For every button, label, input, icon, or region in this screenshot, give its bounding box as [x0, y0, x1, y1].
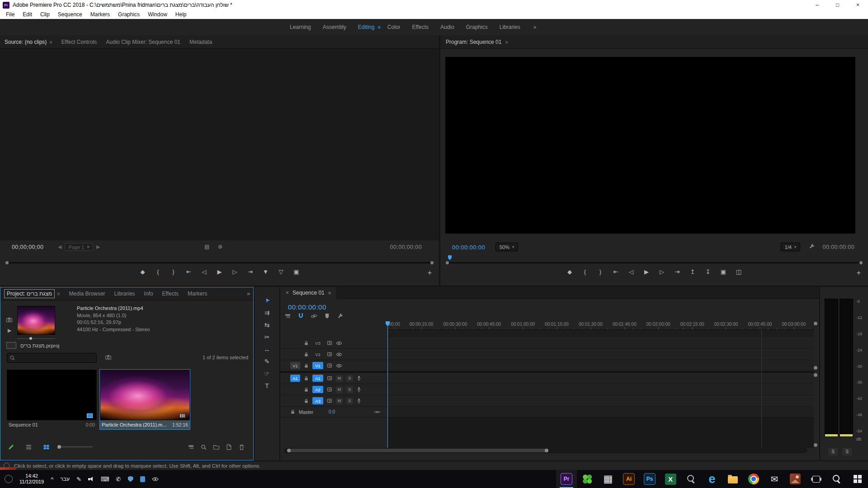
taskbar-search-button[interactable] [826, 470, 847, 488]
add-marker-button[interactable]: ◆ [566, 268, 574, 275]
panel-tab[interactable]: Info [144, 291, 153, 297]
panel-tab[interactable]: Project: מצגת ברים [5, 290, 54, 298]
solo-button[interactable]: S [346, 398, 353, 404]
workspace-tab[interactable]: Editing [352, 24, 381, 30]
clear-button[interactable] [239, 444, 245, 450]
taskbar-photos-button[interactable] [785, 470, 806, 488]
go-to-out-button[interactable]: ⇥ [673, 268, 681, 275]
taskbar-mail-button[interactable]: ✉ [764, 470, 785, 488]
phone-icon[interactable]: ✆ [116, 476, 121, 483]
playback-resolution-select[interactable]: 1/4▾ [781, 243, 800, 251]
close-icon[interactable]: × [286, 290, 289, 296]
playhead[interactable] [386, 321, 390, 448]
timeline-horizontal-scrollbar[interactable] [284, 448, 807, 453]
taskbar-explorer-button[interactable] [722, 470, 743, 488]
program-zoom-scrollbar[interactable] [447, 262, 862, 263]
extract-button[interactable]: ↧ [704, 268, 712, 275]
solo-right-button[interactable]: S [842, 448, 852, 455]
list-view-button[interactable] [26, 444, 32, 450]
timeline-tab-sequence-01[interactable]: × Sequence 01 ≡ [280, 287, 337, 299]
prev-page-icon[interactable]: ◀ [58, 244, 61, 250]
track-lock-icon[interactable] [304, 352, 309, 357]
minimize-button[interactable]: – [807, 0, 827, 10]
panel-tab[interactable]: Metadata [189, 39, 212, 45]
workspace-tab[interactable]: Audio [434, 24, 460, 30]
panel-menu-icon[interactable]: ≡ [57, 291, 60, 296]
add-marker-button[interactable] [324, 313, 330, 319]
voiceover-record-icon[interactable] [357, 387, 361, 392]
tab-overflow-icon[interactable]: » [247, 291, 250, 297]
track-name[interactable]: V2 [312, 351, 323, 358]
timeline-ruler[interactable]: :00:0000:00:15:0000:00:30:0000:00:45:000… [387, 320, 814, 330]
mute-button[interactable]: M [336, 398, 343, 404]
workspace-tab[interactable]: Libraries [494, 24, 526, 30]
selection-tool[interactable]: ➤ [263, 296, 271, 305]
program-position-timecode[interactable]: 00:00:00:00 [452, 244, 485, 251]
sync-lock-icon[interactable] [327, 398, 332, 404]
export-frame-button[interactable]: ▣ [719, 268, 727, 275]
video-track-lane[interactable] [387, 360, 814, 371]
pen-icon[interactable]: ✎ [76, 476, 81, 483]
taskbar-edge-button[interactable]: e [702, 470, 722, 488]
language-indicator[interactable]: עבר [60, 476, 70, 482]
go-to-out-button[interactable]: ⇥ [246, 268, 255, 275]
track-lock-icon[interactable] [304, 363, 309, 368]
slip-tool[interactable]: ↔ [264, 346, 270, 353]
solo-left-button[interactable]: S [828, 448, 838, 455]
linked-selection-toggle[interactable] [311, 313, 317, 319]
overwrite-button[interactable]: ▽ [277, 268, 285, 275]
scrollbar-handle[interactable] [288, 449, 548, 452]
menu-item[interactable]: Graphics [114, 11, 144, 18]
workspace-tab[interactable]: Learning [284, 24, 317, 30]
track-lock-icon[interactable] [290, 409, 295, 414]
panel-tab[interactable]: Effects [162, 291, 179, 297]
voiceover-record-icon[interactable] [357, 375, 361, 381]
type-tool[interactable]: T [265, 382, 269, 389]
taskbar-illustrator-button[interactable]: Ai [618, 470, 639, 488]
audio-track-header[interactable]: A3 M S [280, 395, 387, 407]
source-zoom-scrollbar[interactable] [6, 262, 433, 263]
step-back-button[interactable]: ◁ [627, 268, 635, 275]
menu-item[interactable]: Markers [86, 11, 114, 18]
audio-track-header[interactable]: A2 M S [280, 384, 387, 395]
video-track-lane[interactable] [387, 349, 814, 360]
project-item-sequence-01[interactable]: Sequence 01 0:00 [7, 370, 97, 429]
taskbar-task-view-button[interactable] [806, 470, 826, 488]
snap-toggle[interactable] [298, 313, 304, 319]
solo-button[interactable]: S [346, 386, 353, 393]
track-name[interactable]: A1 [312, 375, 323, 382]
taskbar-green-app-button[interactable] [577, 470, 598, 488]
taskbar-premiere-button[interactable]: Pr [556, 470, 577, 488]
toggle-track-output-icon[interactable] [336, 341, 342, 346]
nest-toggle[interactable] [285, 313, 291, 319]
close-button[interactable]: × [848, 0, 868, 10]
search-input[interactable] [18, 354, 95, 362]
menu-item[interactable]: Window [144, 11, 171, 18]
taskbar-excel-button[interactable]: X [660, 470, 681, 488]
preview-scrubber[interactable] [17, 338, 55, 339]
panel-tab[interactable]: Libraries [114, 291, 135, 297]
timeline-track-area[interactable] [387, 330, 814, 448]
menu-item[interactable]: Edit [19, 11, 36, 18]
mark-out-button[interactable]: } [170, 268, 178, 275]
zoom-handle[interactable] [814, 366, 817, 370]
sync-lock-icon[interactable] [327, 375, 332, 381]
find-button[interactable] [201, 444, 207, 450]
toggle-track-output-icon[interactable] [336, 363, 342, 368]
taskbar-search-app-button[interactable] [681, 470, 702, 488]
new-bin-button[interactable] [213, 444, 219, 450]
sync-lock-icon[interactable] [327, 363, 332, 368]
program-video-display[interactable] [445, 57, 855, 234]
panel-tab[interactable]: Source: (no clips) [5, 39, 47, 45]
project-file-item[interactable]: מצגת ברים.prproj [6, 342, 59, 349]
step-forward-button[interactable]: ▷ [231, 268, 239, 275]
master-track-header[interactable]: Master 0.0 ⇥⇤ [280, 407, 387, 418]
video-track-lane[interactable] [387, 338, 814, 349]
panel-tab[interactable]: Program: Sequence 01 [446, 39, 501, 45]
insert-button[interactable]: ▼ [262, 268, 270, 275]
touch-keyboard-icon[interactable]: ⌨ [101, 476, 109, 483]
menu-item[interactable]: File [2, 11, 19, 18]
timeline-settings-button[interactable] [337, 313, 343, 319]
track-name[interactable]: V3 [312, 339, 323, 347]
project-writable-icon[interactable] [8, 444, 14, 450]
